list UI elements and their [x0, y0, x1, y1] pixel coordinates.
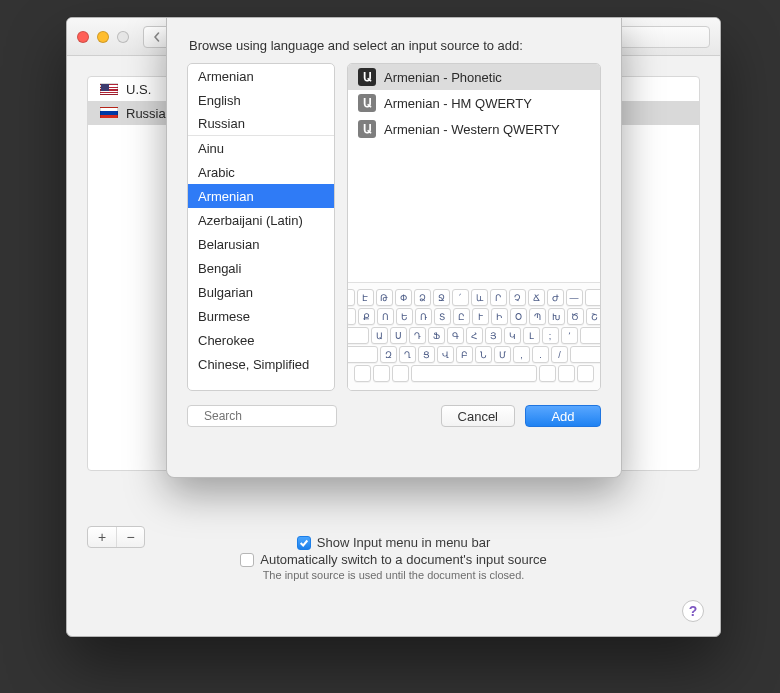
variant-item[interactable]: ԱArmenian - Phonetic [348, 64, 600, 90]
language-item[interactable]: Bengali [188, 256, 334, 280]
variant-label: Armenian - Western QWERTY [384, 122, 560, 137]
keyboard-key: Փ [395, 289, 412, 306]
language-item[interactable]: Burmese [188, 304, 334, 328]
keyboard-key: — [566, 289, 583, 306]
keyboard-key: Ճ [528, 289, 545, 306]
keyboard-key: և [471, 289, 488, 306]
keyboard-key: Ղ [399, 346, 416, 363]
language-item[interactable]: Cherokee [188, 328, 334, 352]
variant-item[interactable]: ԱArmenian - HM QWERTY [348, 90, 600, 116]
keyboard-key: Շ [586, 308, 602, 325]
keyboard-key: Դ [409, 327, 426, 344]
add-input-source-dialog: Browse using language and select an inpu… [166, 18, 622, 478]
variant-label: Armenian - HM QWERTY [384, 96, 532, 111]
minimize-icon[interactable] [97, 31, 109, 43]
cancel-button[interactable]: Cancel [441, 405, 515, 427]
keyboard-key: Յ [485, 327, 502, 344]
keyboard-key: Պ [529, 308, 546, 325]
language-list[interactable]: ArmenianEnglishRussianAinuArabicArmenian… [187, 63, 335, 391]
keyboard-key [392, 365, 409, 382]
keyboard-key: Ն [475, 346, 492, 363]
language-item[interactable]: Azerbaijani (Latin) [188, 208, 334, 232]
language-item[interactable]: Belarusian [188, 232, 334, 256]
auto-switch-label: Automatically switch to a document's inp… [260, 552, 546, 567]
dialog-search[interactable] [187, 405, 337, 427]
keyboard-key: Ռ [415, 308, 432, 325]
keyboard-key: ՚ [561, 327, 578, 344]
show-menu-checkbox[interactable] [297, 536, 311, 550]
keyboard-key: Վ [437, 346, 454, 363]
input-source-label: U.S. [126, 82, 151, 97]
dialog-heading: Browse using language and select an inpu… [189, 38, 601, 53]
language-item[interactable]: Armenian [188, 64, 334, 88]
bottom-options: Show Input menu in menu bar Automaticall… [67, 533, 720, 581]
keyboard-key [411, 365, 537, 382]
auto-switch-hint: The input source is used until the docum… [67, 569, 720, 581]
help-button[interactable]: ? [682, 600, 704, 622]
layout-icon: Ա [358, 68, 376, 86]
keyboard-key: Օ [510, 308, 527, 325]
preferences-window: Keyboard ✕ U.S.Russian + − Show Input me… [66, 17, 721, 637]
keyboard-key: Չ [509, 289, 526, 306]
language-item[interactable]: Ainu [188, 136, 334, 160]
layout-icon: Ա [358, 120, 376, 138]
language-item[interactable]: English [188, 88, 334, 112]
keyboard-preview: ՝ԷԹՓՁՋ՛ևՐՉՃԺ—ՔՈԵՌՏԸՒԻՕՊԽԾՇԱՍԴՖԳՀՅԿԼ;՚ԶՂՑ… [348, 282, 600, 390]
keyboard-key: Ձ [414, 289, 431, 306]
keyboard-key: Բ [456, 346, 473, 363]
keyboard-key: Լ [523, 327, 540, 344]
keyboard-key: Ւ [472, 308, 489, 325]
language-item[interactable]: Armenian [188, 184, 334, 208]
keyboard-key: Ի [491, 308, 508, 325]
language-item[interactable]: Bulgarian [188, 280, 334, 304]
add-button[interactable]: Add [525, 405, 601, 427]
keyboard-key [354, 365, 371, 382]
keyboard-key [558, 365, 575, 382]
language-item[interactable]: Chinese, Simplified [188, 352, 334, 376]
language-item[interactable]: Russian [188, 112, 334, 136]
variant-panel: ԱArmenian - PhoneticԱArmenian - HM QWERT… [347, 63, 601, 391]
keyboard-key: Մ [494, 346, 511, 363]
keyboard-key: ; [542, 327, 559, 344]
keyboard-key: Տ [434, 308, 451, 325]
keyboard-key [577, 365, 594, 382]
keyboard-key: Ա [371, 327, 388, 344]
variant-label: Armenian - Phonetic [384, 70, 502, 85]
dialog-search-input[interactable] [202, 408, 356, 424]
keyboard-key: Ֆ [428, 327, 445, 344]
keyboard-key: ‚ [513, 346, 530, 363]
close-icon[interactable] [77, 31, 89, 43]
keyboard-key: ․ [532, 346, 549, 363]
variant-item[interactable]: ԱArmenian - Western QWERTY [348, 116, 600, 142]
window-controls [77, 31, 129, 43]
keyboard-key: Ե [396, 308, 413, 325]
language-item[interactable]: Arabic [188, 160, 334, 184]
keyboard-key: ՝ [347, 289, 355, 306]
keyboard-key: Ր [490, 289, 507, 306]
keyboard-key: Հ [466, 327, 483, 344]
keyboard-key: Ո [377, 308, 394, 325]
us-flag-icon [100, 83, 118, 95]
show-menu-label: Show Input menu in menu bar [317, 535, 490, 550]
auto-switch-checkbox[interactable] [240, 553, 254, 567]
keyboard-key: Թ [376, 289, 393, 306]
variant-list[interactable]: ԱArmenian - PhoneticԱArmenian - HM QWERT… [348, 64, 600, 142]
keyboard-key: Ը [453, 308, 470, 325]
keyboard-key [539, 365, 556, 382]
keyboard-key: Խ [548, 308, 565, 325]
keyboard-key [373, 365, 390, 382]
ru-flag-icon [100, 107, 118, 119]
keyboard-key: Զ [380, 346, 397, 363]
keyboard-key: Ժ [547, 289, 564, 306]
keyboard-key: Է [357, 289, 374, 306]
keyboard-key: Ց [418, 346, 435, 363]
layout-icon: Ա [358, 94, 376, 112]
keyboard-key: Ք [358, 308, 375, 325]
keyboard-key: Կ [504, 327, 521, 344]
keyboard-key: Ծ [567, 308, 584, 325]
keyboard-key: / [551, 346, 568, 363]
keyboard-key: Ջ [433, 289, 450, 306]
keyboard-key: Գ [447, 327, 464, 344]
keyboard-key: Ս [390, 327, 407, 344]
keyboard-key: ՛ [452, 289, 469, 306]
